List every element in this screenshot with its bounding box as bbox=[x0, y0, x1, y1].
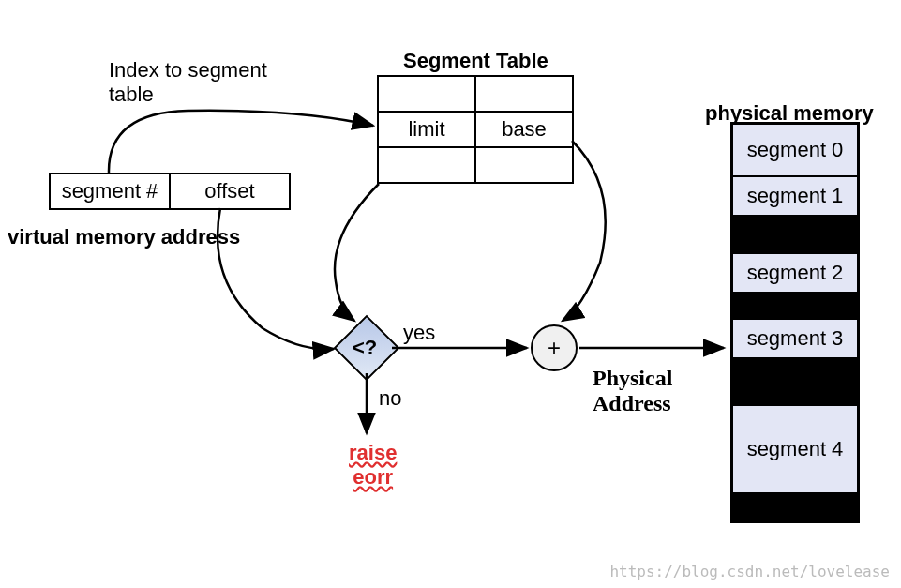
pm-segment-3: segment 3 bbox=[733, 320, 857, 359]
index-label: Index to segment table bbox=[109, 58, 296, 107]
compare-op: <? bbox=[353, 336, 377, 360]
pm-segment-0: segment 0 bbox=[733, 125, 857, 177]
segtable-limit: limit bbox=[378, 112, 475, 147]
va-offset-cell: offset bbox=[170, 173, 290, 209]
segtable-empty bbox=[378, 76, 475, 112]
watermark: https://blog.csdn.net/lovelease bbox=[609, 563, 890, 580]
segtable-empty bbox=[475, 76, 573, 112]
segtable-empty bbox=[378, 147, 475, 183]
segment-table: limit base bbox=[377, 75, 574, 184]
virtual-address-box: segment # offset bbox=[49, 173, 291, 210]
adder-circle: + bbox=[531, 324, 578, 371]
segtable-empty bbox=[475, 147, 573, 183]
physical-address-label: Physical Address bbox=[593, 366, 672, 416]
pm-gap bbox=[733, 359, 857, 406]
error-label: raise eorr bbox=[349, 441, 397, 490]
segtable-base: base bbox=[475, 112, 573, 147]
segment-table-title: Segment Table bbox=[403, 49, 548, 73]
virtual-memory-title: virtual memory address bbox=[8, 225, 240, 249]
pm-gap bbox=[733, 492, 857, 520]
pm-gap bbox=[733, 294, 857, 320]
pm-segment-2: segment 2 bbox=[733, 254, 857, 294]
yes-label: yes bbox=[403, 321, 435, 345]
physical-memory: segment 0 segment 1 segment 2 segment 3 … bbox=[730, 122, 860, 523]
va-segment-cell: segment # bbox=[50, 173, 170, 209]
pm-segment-1: segment 1 bbox=[733, 177, 857, 217]
no-label: no bbox=[379, 386, 401, 411]
pm-segment-4: segment 4 bbox=[733, 406, 857, 492]
pm-gap bbox=[733, 217, 857, 254]
